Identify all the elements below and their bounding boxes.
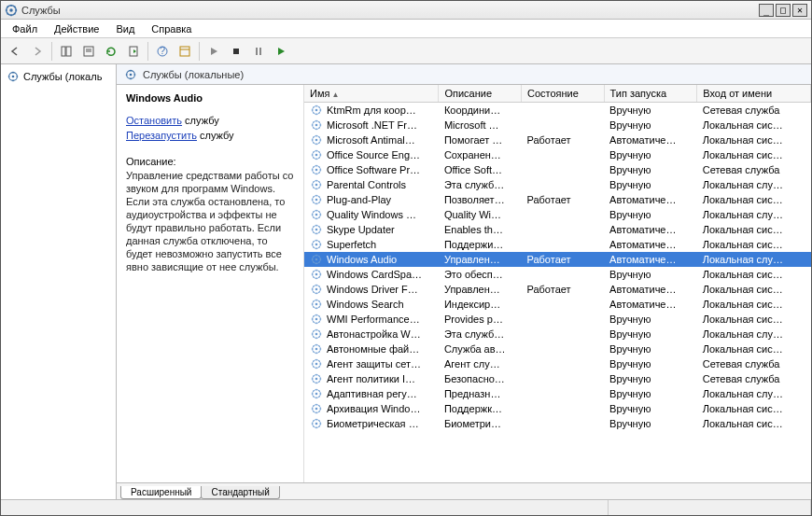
stop-button[interactable]	[226, 41, 246, 62]
pause-button[interactable]	[248, 41, 269, 62]
tree-root-label: Службы (локаль	[23, 71, 102, 82]
col-name[interactable]: Имя▲	[304, 85, 439, 103]
svc-desc: Служба ав…	[439, 342, 522, 356]
col-desc[interactable]: Описание	[439, 85, 522, 103]
table-row[interactable]: Windows Driver F…Управлен…РаботаетАвтома…	[304, 282, 811, 297]
svc-state: Работает	[521, 252, 604, 267]
menu-action[interactable]: Действие	[47, 21, 106, 36]
col-logon[interactable]: Вход от имени	[697, 85, 811, 103]
svc-state	[521, 177, 604, 192]
tab-standard[interactable]: Стандартный	[201, 486, 279, 499]
statusbar	[1, 499, 811, 516]
service-icon	[310, 417, 323, 430]
help-button[interactable]: ?	[152, 41, 173, 62]
svc-logon: Локальная сис…	[697, 237, 811, 252]
back-button[interactable]	[5, 41, 25, 62]
show-hide-tree-button[interactable]	[56, 41, 77, 62]
app-icon	[5, 4, 18, 17]
table-row[interactable]: Архивация Windo…Поддержк…ВручнуюЛокальна…	[304, 401, 811, 416]
table-row[interactable]: Office Software Pr…Office Soft…ВручнуюСе…	[304, 162, 811, 177]
table-row[interactable]: Автонастройка W…Эта служб…ВручнуюЛокальн…	[304, 327, 811, 342]
svc-state	[521, 416, 604, 431]
svc-startup: Вручную	[604, 162, 697, 177]
svc-name: Office Software Pr…	[327, 164, 420, 175]
services-icon	[7, 70, 20, 83]
svc-startup: Вручную	[604, 207, 697, 222]
menu-file[interactable]: Файл	[5, 21, 45, 36]
table-row[interactable]: Skype UpdaterEnables th…Автоматиче…Локал…	[304, 222, 811, 237]
table-row[interactable]: Quality Windows …Quality Wi…ВручнуюЛокал…	[304, 207, 811, 222]
svc-name: Plug-and-Play	[327, 194, 391, 205]
svc-name: Автонастройка W…	[327, 328, 421, 340]
service-icon	[310, 402, 323, 415]
tree-root-node[interactable]: Службы (локаль	[5, 68, 112, 85]
svc-startup: Вручную	[604, 356, 697, 371]
col-startup[interactable]: Тип запуска	[604, 85, 697, 103]
svc-logon: Локальная слу…	[697, 386, 811, 401]
table-row[interactable]: WMI Performance…Provides p…ВручнуюЛокаль…	[304, 312, 811, 327]
table-row[interactable]: Windows SearchИндексир…Автоматиче…Локаль…	[304, 297, 811, 312]
table-row[interactable]: Plug-and-PlayПозволяет…РаботаетАвтоматич…	[304, 192, 811, 207]
svg-point-42	[315, 273, 318, 276]
svg-point-26	[315, 154, 318, 157]
svg-point-58	[315, 393, 318, 396]
table-row[interactable]: Office Source Eng…Сохранен…ВручнуюЛокаль…	[304, 147, 811, 162]
filter-button[interactable]	[175, 41, 195, 62]
table-row[interactable]: Адаптивная регу…Предназн…ВручнуюЛокальна…	[304, 386, 811, 401]
table-row[interactable]: Агент политики I…Безопасно…ВручнуюСетева…	[304, 371, 811, 386]
table-row[interactable]: Microsoft .NET Fr…Microsoft …ВручнуюЛока…	[304, 118, 811, 132]
maximize-button[interactable]: □	[776, 4, 791, 17]
svc-desc: Предназн…	[439, 386, 522, 401]
table-row[interactable]: Windows CardSpa…Это обесп…ВручнуюЛокальн…	[304, 267, 811, 282]
stop-link[interactable]: Остановить	[126, 115, 182, 126]
forward-button[interactable]	[27, 41, 48, 62]
svc-desc: Это обесп…	[439, 267, 522, 282]
svc-desc: Управлен…	[439, 282, 522, 297]
service-icon	[310, 268, 323, 281]
restart-link[interactable]: Перезапустить	[126, 130, 197, 141]
svc-startup: Вручную	[604, 103, 697, 119]
start-button[interactable]	[203, 41, 224, 62]
table-row[interactable]: Автономные фай…Служба ав…ВручнуюЛокальна…	[304, 342, 811, 356]
svc-startup: Вручную	[604, 342, 697, 356]
svc-state	[521, 386, 604, 401]
table-row[interactable]: SuperfetchПоддержи…Автоматиче…Локальная …	[304, 237, 811, 252]
svc-name: Windows Search	[327, 299, 404, 310]
svc-startup: Вручную	[604, 386, 697, 401]
svg-point-56	[315, 378, 318, 381]
svg-point-28	[315, 169, 318, 172]
close-button[interactable]: ✕	[792, 4, 807, 17]
table-row[interactable]: Биометрическая …Биометри…ВручнуюЛокальна…	[304, 416, 811, 431]
svg-point-44	[315, 288, 318, 291]
svc-name: Агент защиты сет…	[327, 358, 421, 370]
export-button[interactable]	[123, 41, 144, 62]
col-state[interactable]: Состояние	[521, 85, 604, 103]
refresh-button[interactable]	[101, 41, 121, 62]
service-list[interactable]: Имя▲ Описание Состояние Тип запуска Вход…	[303, 85, 811, 482]
table-row[interactable]: Parental ControlsЭта служб…ВручнуюЛокаль…	[304, 177, 811, 192]
svc-state	[521, 147, 604, 162]
svc-desc: Эта служб…	[439, 177, 522, 192]
service-icon	[310, 178, 323, 191]
table-row[interactable]: Агент защиты сет…Агент слу…ВручнуюСетева…	[304, 356, 811, 371]
tab-extended[interactable]: Расширенный	[120, 486, 202, 499]
svc-desc: Сохранен…	[439, 147, 522, 162]
svc-state	[521, 356, 604, 371]
svg-rect-10	[180, 47, 189, 56]
menu-view[interactable]: Вид	[108, 21, 142, 36]
svc-logon: Сетевая служба	[697, 356, 811, 371]
table-row[interactable]: Windows AudioУправлен…РаботаетАвтоматиче…	[304, 252, 811, 267]
svc-name: Skype Updater	[327, 224, 395, 235]
minimize-button[interactable]: _	[759, 4, 774, 17]
table-row[interactable]: Microsoft Antimal…Помогает …РаботаетАвто…	[304, 132, 811, 147]
properties-button[interactable]	[78, 41, 99, 62]
svc-desc: Поддержк…	[439, 401, 522, 416]
table-row[interactable]: KtmRm для коор…Координи…ВручнуюСетевая с…	[304, 103, 811, 119]
svc-desc: Управлен…	[439, 252, 522, 267]
svg-point-54	[315, 363, 318, 366]
description-text: Управление средствами работы со звуком д…	[126, 169, 294, 273]
service-icon	[310, 298, 323, 311]
svc-desc: Поддержи…	[439, 237, 522, 252]
menu-help[interactable]: Справка	[144, 21, 199, 36]
restart-button[interactable]	[271, 41, 291, 62]
